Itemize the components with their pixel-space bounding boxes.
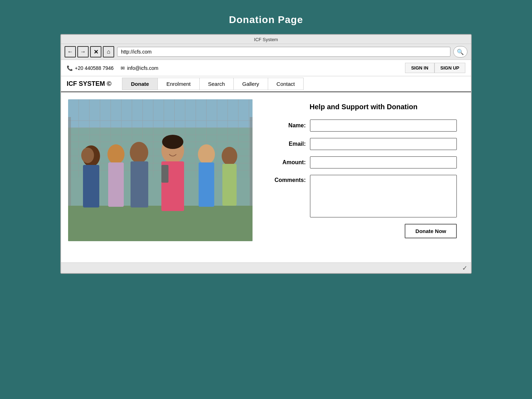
sign-up-button[interactable]: SIGN UP: [434, 63, 465, 73]
svg-point-39: [198, 144, 215, 164]
bottom-bar: ✓: [61, 262, 471, 273]
form-title: Help and Support with Donation: [270, 103, 457, 111]
svg-rect-43: [161, 165, 168, 183]
sign-in-button[interactable]: SIGN IN: [405, 63, 434, 73]
browser-search-button[interactable]: 🔍: [453, 46, 467, 57]
svg-rect-27: [68, 206, 253, 241]
amount-label: Amount:: [270, 159, 306, 166]
amount-input[interactable]: [310, 156, 457, 168]
browser-nav-buttons: ← → ✕ ⌂: [65, 46, 114, 57]
svg-point-31: [107, 144, 124, 164]
svg-rect-32: [108, 162, 124, 207]
nav-item-donate[interactable]: Donate: [122, 78, 157, 90]
name-input[interactable]: [310, 120, 457, 132]
close-button[interactable]: ✕: [90, 46, 101, 57]
nav-item-enrolment[interactable]: Enrolment: [157, 78, 199, 90]
browser-chrome: ICF System ← → ✕ ⌂ 🔍: [61, 35, 471, 60]
svg-point-30: [81, 148, 94, 163]
svg-rect-29: [83, 165, 99, 207]
svg-rect-44: [68, 117, 71, 206]
nav-menu: Donate Enrolment Search Gallery Contact: [122, 78, 304, 90]
top-info-bar: 📞 +20 440588 7946 ✉ info@icfs.com SIGN I…: [61, 60, 471, 76]
back-button[interactable]: ←: [65, 46, 76, 57]
browser-address-bar: ← → ✕ ⌂ 🔍: [61, 44, 471, 60]
donate-now-button[interactable]: Donate Now: [405, 224, 457, 238]
svg-rect-45: [250, 117, 253, 206]
address-input[interactable]: [117, 47, 450, 57]
page-title: Donation Page: [229, 14, 303, 26]
donate-now-row: Donate Now: [270, 224, 457, 238]
contact-email: ✉ info@icfs.com: [121, 65, 158, 71]
amount-row: Amount:: [270, 156, 457, 168]
tab-title: ICF System: [254, 37, 278, 42]
svg-rect-42: [222, 164, 237, 206]
nav-item-contact[interactable]: Contact: [268, 78, 304, 90]
email-row: Email:: [270, 138, 457, 150]
phone-number: +20 440588 7946: [75, 65, 113, 71]
phone-icon: 📞: [67, 65, 73, 71]
svg-rect-40: [199, 162, 214, 207]
email-icon: ✉: [121, 65, 125, 71]
website-content: 📞 +20 440588 7946 ✉ info@icfs.com SIGN I…: [61, 60, 471, 273]
nav-bar: ICF SYSTEM © Donate Enrolment Search Gal…: [61, 76, 471, 92]
name-label: Name:: [270, 122, 306, 129]
status-icon: ✓: [462, 264, 467, 272]
site-logo: ICF SYSTEM ©: [67, 80, 111, 88]
comments-textarea[interactable]: [310, 175, 457, 217]
comments-label: Comments:: [270, 175, 306, 183]
hero-image: [68, 99, 253, 241]
main-content: Help and Support with Donation Name: Ema…: [61, 92, 471, 262]
search-icon: 🔍: [457, 49, 464, 55]
browser-title-bar: ICF System: [61, 35, 471, 44]
svg-point-41: [222, 147, 237, 165]
svg-rect-34: [131, 161, 148, 207]
forward-button[interactable]: →: [77, 46, 89, 57]
email-address: info@icfs.com: [127, 65, 158, 71]
comments-row: Comments:: [270, 175, 457, 217]
email-label: Email:: [270, 141, 306, 147]
home-button[interactable]: ⌂: [103, 46, 114, 57]
svg-point-33: [130, 142, 148, 163]
email-input[interactable]: [310, 138, 457, 150]
svg-point-38: [162, 135, 183, 149]
name-row: Name:: [270, 120, 457, 132]
contact-phone: 📞 +20 440588 7946: [67, 65, 113, 71]
sign-buttons: SIGN IN SIGN UP: [405, 63, 465, 73]
nav-item-gallery[interactable]: Gallery: [233, 78, 268, 90]
browser-window: ICF System ← → ✕ ⌂ 🔍 📞 +20 440588 7946 ✉: [60, 34, 472, 274]
nav-item-search[interactable]: Search: [199, 78, 234, 90]
donation-form: Help and Support with Donation Name: Ema…: [263, 99, 464, 255]
